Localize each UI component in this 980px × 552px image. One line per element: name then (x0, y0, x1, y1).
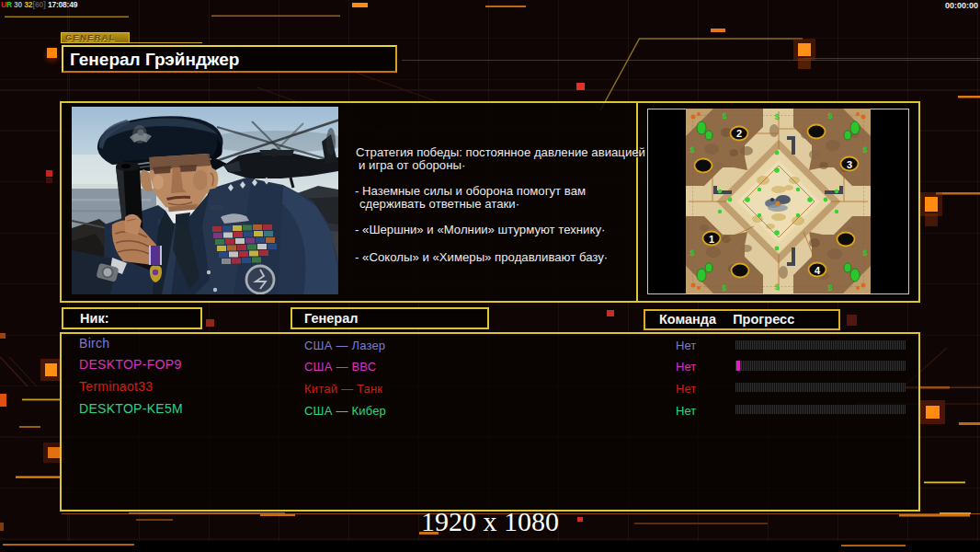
svg-text:$: $ (722, 111, 726, 121)
svg-text:$: $ (862, 248, 867, 258)
svg-text:$: $ (689, 248, 694, 258)
svg-text:3: 3 (847, 159, 852, 170)
svg-text:$: $ (722, 283, 726, 293)
svg-text:$: $ (827, 111, 832, 121)
svg-text:2: 2 (736, 128, 742, 139)
svg-text:$: $ (774, 282, 779, 292)
svg-text:$: $ (862, 145, 867, 155)
svg-text:4: 4 (815, 265, 821, 276)
svg-text:$: $ (774, 112, 779, 121)
svg-text:$: $ (827, 283, 832, 293)
svg-text:$: $ (689, 145, 694, 155)
svg-text:1: 1 (709, 234, 714, 245)
